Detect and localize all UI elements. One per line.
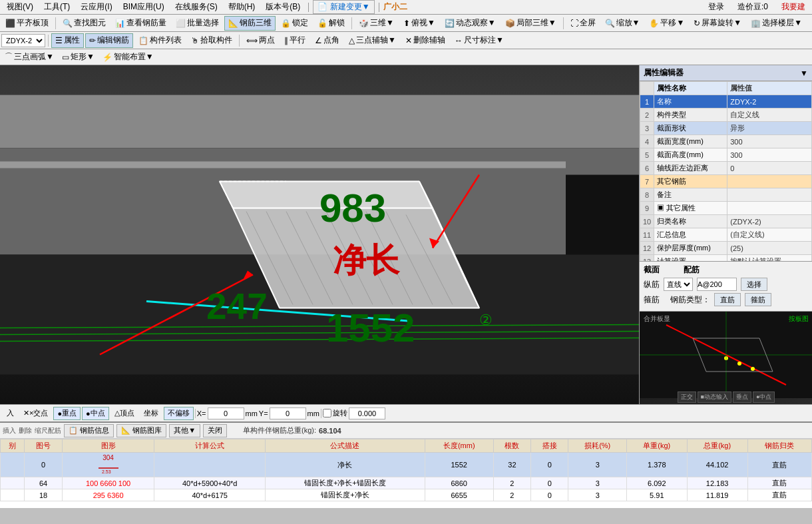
prop-row-num: 7 (640, 175, 654, 188)
btn-screen-rotate[interactable]: ↻ 屏幕旋转▼ (690, 16, 745, 31)
snap-btn-key[interactable]: ● 重点 (53, 407, 81, 420)
table-cell: 0 (25, 453, 62, 477)
prop-row-value[interactable]: 按默认计算设置 (727, 255, 812, 262)
prop-row-value[interactable]: 异形 (727, 122, 812, 135)
prop-row-value[interactable]: 300 (727, 135, 812, 148)
btn-fullscreen[interactable]: ⛶ 全屏 (566, 16, 600, 31)
num-jc: 净长 (333, 238, 399, 283)
snap-btn-cross[interactable]: ✕ ×交点 (19, 407, 52, 420)
table-row[interactable]: 18295 636040*d+6175锚固长度+净长66552035.9111.… (1, 489, 812, 501)
btn-select-floor[interactable]: 🏢 选择楼层▼ (747, 16, 806, 31)
section-label: 截面 (644, 264, 660, 276)
svg-marker-32 (243, 271, 253, 280)
property-scroll[interactable]: 属性名称 属性值 1名称ZDYX-22构件类型自定义线3截面形状异形4截面宽度(… (640, 81, 812, 261)
btn-properties[interactable]: ☰ 属性 (51, 33, 84, 48)
menu-online[interactable]: 在线服务(S) (171, 0, 222, 14)
btn-dimension[interactable]: ↔ 尺寸标注▼ (451, 33, 508, 48)
stirrup-row: 箍筋 钢筋类型： 直筋 箍筋 (644, 293, 808, 306)
btn-parallel[interactable]: ∥ 平行 (280, 33, 309, 48)
menu-newchange[interactable]: 📄 新建变更▼ (313, 0, 374, 14)
table-scroll[interactable]: 别图号图形计算公式公式描述长度(mm)根数搭接损耗(%)单重(kg)总重(kg)… (0, 439, 812, 501)
btn-delete-aux[interactable]: ✕ 删除辅轴 (401, 33, 449, 48)
btn-find-element[interactable]: 🔍 查找图元 (59, 16, 110, 31)
tb-label-scale: 缩尺配筋 (35, 426, 61, 435)
btn-rect[interactable]: ▭ 矩形▼ (59, 51, 98, 64)
menu-login[interactable]: 登录 (704, 0, 728, 14)
svg-line-27 (0, 332, 639, 335)
tb-btn-other[interactable]: 其他▼ (169, 424, 200, 437)
thumb-btn-mid[interactable]: ●中点 (753, 392, 775, 403)
menu-version[interactable]: 版本号(B) (262, 0, 304, 14)
table-row[interactable]: 03042.53净长155232031.37844.102直筋 (1, 453, 812, 477)
prop-row-value[interactable] (727, 188, 812, 202)
tb-btn-info[interactable]: 📋 钢筋信息 (64, 424, 114, 437)
menu-coins[interactable]: 造价豆:0 (733, 0, 772, 14)
menu-cloud[interactable]: 云应用(I) (77, 0, 116, 14)
stirrup-type1-btn[interactable]: 直筋 (714, 293, 741, 306)
longitudinal-value-input[interactable] (697, 278, 737, 291)
y-input[interactable] (270, 407, 306, 419)
prop-row-value[interactable]: 0 (727, 162, 812, 175)
canvas-3d[interactable]: 983 净长 247 1552 ② (0, 65, 639, 404)
svg-rect-0 (0, 95, 639, 375)
snap-btn-coord[interactable]: 坐标 (140, 407, 162, 420)
prop-row-value[interactable] (727, 175, 812, 188)
btn-pan[interactable]: ✋ 平移▼ (645, 16, 688, 31)
btn-smart-place[interactable]: ⚡ 智能布置▼ (99, 51, 157, 64)
btn-view-rebar[interactable]: 📊 查看钢筋量 (111, 16, 170, 31)
prop-row-value[interactable]: 自定义线 (727, 109, 812, 122)
btn-rebar-3d[interactable]: 📐 钢筋三维 (224, 16, 276, 31)
prop-row-value[interactable]: 300 (727, 148, 812, 162)
tb-btn-diagram[interactable]: 📐 钢筋图库 (116, 424, 166, 437)
svg-rect-1 (0, 95, 639, 148)
btn-pick-component[interactable]: 🖱 拾取构件 (187, 33, 236, 48)
prop-row-value[interactable]: (ZDYX-2) (727, 215, 812, 228)
btn-component-list[interactable]: 📋 构件列表 (134, 33, 186, 48)
btn-zoom[interactable]: 🔍 缩放▼ (601, 16, 644, 31)
longitudinal-type-select[interactable]: 直线 (664, 278, 693, 291)
prop-row-value[interactable]: (25) (727, 242, 812, 255)
menu-build[interactable]: 我要建 (777, 0, 809, 14)
btn-topview[interactable]: ⬆ 俯视▼ (399, 16, 439, 31)
btn-point-angle[interactable]: ∠ 点角 (311, 33, 343, 48)
btn-dynamic-obs[interactable]: 🔄 动态观察▼ (441, 16, 500, 31)
rotate-input[interactable] (349, 407, 385, 419)
table-cell: 锚固长度+净长+锚固长度 (265, 477, 425, 489)
snap-btn-no-offset[interactable]: 不偏移 (164, 407, 194, 420)
btn-3d[interactable]: 🎲 三维▼ (355, 16, 398, 31)
btn-arc[interactable]: ⌒ 三点画弧▼ (1, 51, 57, 64)
btn-unlock[interactable]: 🔓 解锁 (313, 16, 349, 31)
menu-help[interactable]: 帮助(H) (224, 0, 260, 14)
btn-local-3d[interactable]: 📦 局部三维▼ (501, 16, 560, 31)
btn-lock[interactable]: 🔒 锁定 (277, 16, 312, 31)
snap-bar: 入 ✕ ×交点 ● 重点 ● 中点 △ 顶点 坐标 不偏移 X= mm Y= m… (0, 404, 812, 421)
btn-edit-rebar[interactable]: ✏ 编辑钢筋 (85, 33, 133, 48)
svg-line-29 (433, 175, 479, 248)
rotate-checkbox[interactable] (323, 409, 331, 417)
menu-view[interactable]: 视图(V) (3, 0, 37, 14)
thumb-btn-vert[interactable]: 垂点 (733, 392, 751, 403)
snap-btn-in[interactable]: 入 (3, 407, 18, 420)
tb-btn-close[interactable]: 关闭 (203, 424, 227, 437)
prop-row-value[interactable]: ZDYX-2 (727, 95, 812, 109)
app-title: 广小二 (383, 1, 407, 13)
table-row[interactable]: 64100 6660 10040*d+5900+40*d锚固长度+净长+锚固长度… (1, 477, 812, 489)
snap-btn-top[interactable]: △ 顶点 (110, 407, 138, 420)
overlay-numbers: 983 净长 247 1552 ② (0, 65, 639, 404)
menu-tools[interactable]: 工具(T) (40, 0, 74, 14)
x-input[interactable] (208, 407, 244, 419)
select-button[interactable]: 选择 (741, 278, 767, 291)
btn-flat-top[interactable]: ⬛ 平齐板顶 (1, 16, 53, 31)
prop-row-value[interactable]: (自定义线) (727, 228, 812, 242)
stirrup-type2-btn[interactable]: 箍筋 (745, 293, 771, 306)
btn-three-point-aux[interactable]: △ 三点辅轴▼ (345, 33, 400, 48)
prop-row-value[interactable] (727, 202, 812, 215)
btn-two-point[interactable]: ⟺ 两点 (242, 33, 279, 48)
btn-batch-select[interactable]: ⬜ 批量选择 (172, 16, 223, 31)
toolbar2: ZDYX-2 ☰ 属性 ✏ 编辑钢筋 📋 构件列表 🖱 拾取构件 ⟺ 两点 ∥ … (0, 32, 812, 49)
thumb-btn-normal[interactable]: 正交 (678, 392, 696, 403)
snap-btn-mid[interactable]: ● 中点 (82, 407, 109, 420)
thumb-btn-dynamic[interactable]: ■动态输入 (698, 392, 731, 403)
menu-bim[interactable]: BIM应用(U) (119, 0, 168, 14)
component-select[interactable]: ZDYX-2 (1, 34, 45, 47)
